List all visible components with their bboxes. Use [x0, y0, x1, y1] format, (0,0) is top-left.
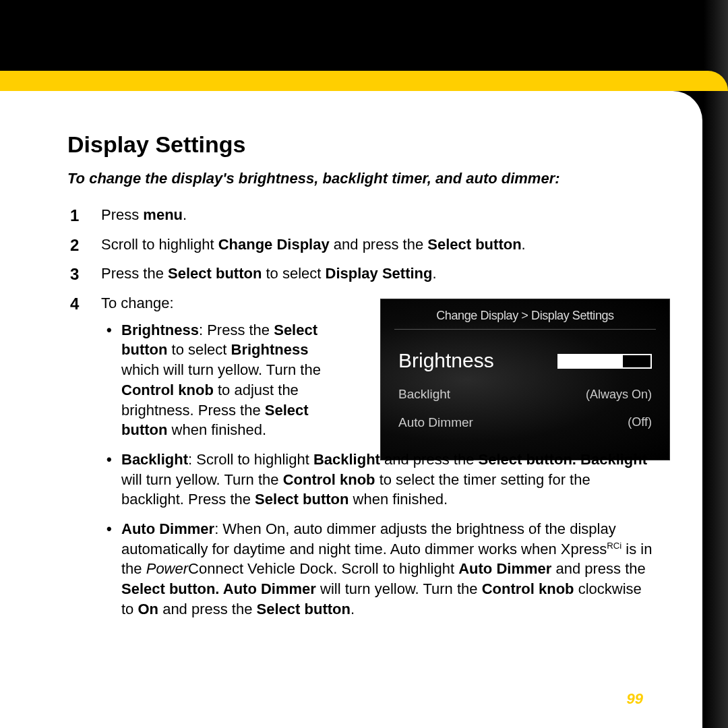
manual-page: Display Settings To change the display's…	[0, 91, 702, 728]
step-4: To change: Change Display > Display Sett…	[101, 293, 655, 619]
device-screenshot: Change Display > Display Settings Bright…	[380, 299, 670, 460]
step-list: Press menu. Scroll to highlight Change D…	[67, 205, 655, 619]
page-title: Display Settings	[67, 131, 655, 158]
device-breadcrumb: Change Display > Display Settings	[394, 307, 656, 330]
step-2: Scroll to highlight Change Display and p…	[101, 235, 655, 255]
device-row-autodimmer: Auto Dimmer (Off)	[394, 414, 656, 431]
intro-text: To change the display's brightness, back…	[67, 170, 655, 187]
bullet-brightness: Brightness: Press the Select button to s…	[121, 320, 344, 440]
bullet-autodimmer: Auto Dimmer: When On, auto dimmer adjust…	[121, 519, 655, 619]
bullet-backlight: Backlight: Scroll to highlight Backlight…	[121, 450, 655, 510]
step-3: Press the Select button to select Displa…	[101, 264, 655, 284]
step-1: Press menu.	[101, 205, 655, 225]
page-gutter-right	[704, 0, 728, 728]
device-row-backlight: Backlight (Always On)	[394, 386, 656, 403]
device-row-brightness: Brightness	[394, 347, 656, 375]
brightness-slider	[557, 354, 652, 369]
page-number: 99	[627, 690, 643, 708]
brightness-slider-fill	[559, 355, 623, 367]
yellow-tab-band	[0, 71, 728, 91]
